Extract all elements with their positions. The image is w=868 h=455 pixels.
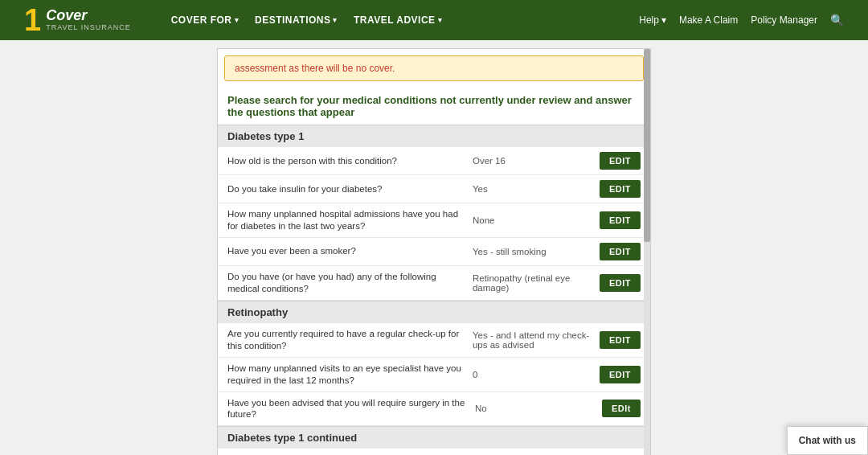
nav-policy-manager[interactable]: Policy Manager [751, 14, 817, 26]
chat-label: Chat with us [799, 435, 856, 446]
logo-sub-text: TRAVEL INSURANCE [46, 24, 131, 32]
question-text: How old is the person with this conditio… [227, 155, 466, 167]
edit-button[interactable]: EDIT [600, 366, 641, 383]
chevron-down-icon: ▾ [438, 16, 443, 24]
search-icon[interactable]: 🔍 [830, 14, 844, 27]
form-container: assessment as there will be no cover. Pl… [217, 48, 651, 455]
main-nav: COVER FOR ▾ DESTINATIONS ▾ TRAVEL ADVICE… [171, 14, 442, 26]
edit-button[interactable]: EDIT [600, 243, 641, 260]
question-row: How old is the person with this conditio… [218, 147, 650, 175]
question-text: Do you have (or have you had) any of the… [227, 271, 466, 295]
answer-text: None [473, 215, 593, 225]
header-right-nav: Help ▾ Make A Claim Policy Manager 🔍 [639, 14, 844, 27]
nav-make-claim[interactable]: Make A Claim [679, 14, 738, 26]
edit-button[interactable]: EDIT [600, 211, 641, 229]
section-header-retinopathy: Retinopathy [218, 301, 650, 323]
edit-button[interactable]: EDIT [600, 274, 641, 292]
nav-help[interactable]: Help ▾ [639, 14, 666, 26]
chevron-down-icon: ▾ [661, 14, 666, 26]
answer-text: Yes - still smoking [473, 247, 593, 256]
question-row: Have you been advised that you will requ… [218, 392, 650, 427]
chevron-down-icon: ▾ [333, 16, 338, 24]
nav-destinations[interactable]: DESTINATIONS ▾ [255, 14, 338, 26]
section-header-diabetes-1: Diabetes type 1 [218, 125, 650, 147]
question-row: How many unplanned hospital admissions h… [218, 203, 650, 238]
question-row: Have you been advised to take medication… [218, 449, 650, 455]
answer-text: Over 16 [473, 156, 593, 166]
warning-banner: assessment as there will be no cover. [224, 55, 644, 81]
question-row: How many unplanned visits to an eye spec… [218, 358, 650, 392]
nav-travel-advice[interactable]: TRAVEL ADVICE ▾ [354, 14, 442, 26]
question-row: Do you have (or have you had) any of the… [218, 266, 650, 301]
logo-cover-text: Cover [46, 8, 131, 24]
question-row: Are you currently required to have a reg… [218, 323, 650, 358]
main-content: assessment as there will be no cover. Pl… [0, 40, 868, 455]
edit-button[interactable]: EDIT [600, 152, 641, 170]
edit-button[interactable]: EDIT [600, 331, 641, 349]
question-text: Do you take insulin for your diabetes? [227, 183, 466, 195]
logo[interactable]: 1 Cover TRAVEL INSURANCE [24, 5, 131, 35]
answer-text: 0 [473, 370, 593, 379]
logo-number: 1 [24, 5, 41, 35]
main-header: 1 Cover TRAVEL INSURANCE COVER FOR ▾ DES… [0, 0, 868, 40]
edit-button[interactable]: EDIT [600, 180, 641, 198]
question-row: Have you ever been a smoker? Yes - still… [218, 238, 650, 266]
answer-text: Retinopathy (retinal eye damage) [473, 273, 593, 293]
nav-cover-for[interactable]: COVER FOR ▾ [171, 14, 239, 26]
search-instruction: Please search for your medical condition… [218, 88, 650, 125]
answer-text: No [475, 404, 596, 413]
question-text: How many unplanned hospital admissions h… [227, 208, 466, 232]
question-text: Have you been advised that you will requ… [227, 397, 469, 421]
question-text: Are you currently required to have a reg… [227, 328, 466, 352]
section-header-diabetes-continued: Diabetes type 1 continued [218, 426, 650, 449]
edit-button[interactable]: EDIt [602, 400, 641, 417]
question-text: Have you ever been a smoker? [227, 245, 466, 257]
answer-text: Yes [473, 184, 593, 194]
question-row: Do you take insulin for your diabetes? Y… [218, 175, 650, 203]
answer-text: Yes - and I attend my check-ups as advis… [473, 330, 593, 350]
chevron-down-icon: ▾ [235, 16, 240, 24]
chat-widget[interactable]: Chat with us [787, 426, 868, 455]
question-text: How many unplanned visits to an eye spec… [227, 363, 466, 387]
